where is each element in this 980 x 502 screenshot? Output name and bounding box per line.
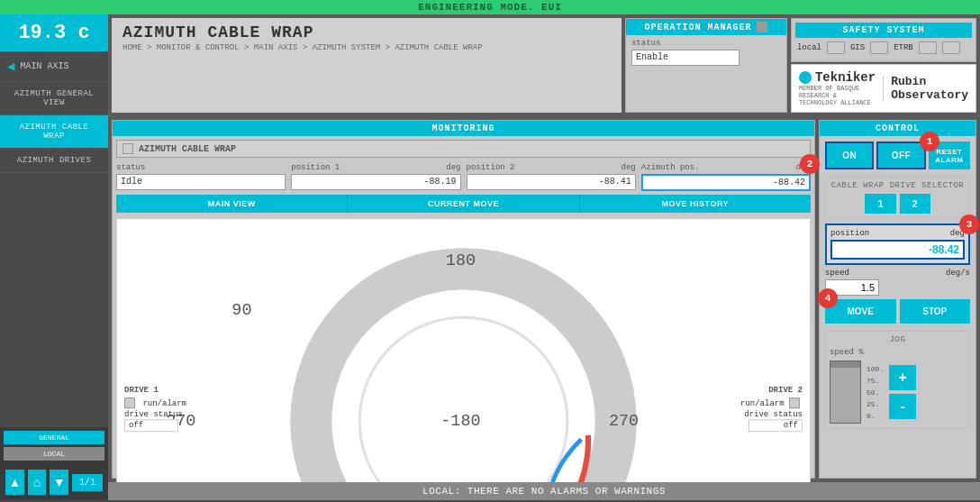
speed-unit: deg/s: [946, 269, 970, 278]
etrb-label: ETRB: [894, 43, 913, 52]
sidebar-bottom: ▲ ⌂ ▼ 1/1: [0, 464, 108, 500]
page-indicator: 1/1: [72, 474, 103, 491]
bottom-bar: LOCAL: THERE ARE NO ALARMS OR WARNINGS: [108, 482, 980, 500]
drive-2-button[interactable]: 2: [900, 194, 930, 214]
sidebar-item-label: AZIMUTH GENERAL VIEW: [14, 89, 95, 107]
gis-label: GIS: [850, 43, 865, 52]
tab-move-history[interactable]: MOVE HISTORY: [580, 195, 811, 213]
stop-button[interactable]: STOP: [900, 299, 971, 324]
azimuth-pos-field: 2 Azimuth pos. deg -88.42: [641, 163, 811, 191]
monitoring-inner: AZIMUTH CABLE WRAP status Idle position …: [113, 136, 814, 482]
speed-control: 100. 75. 50. 25. 0. + -: [830, 361, 966, 424]
etrb-box: [919, 41, 937, 54]
sidebar-tabs: GENERAL LOCAL: [0, 427, 108, 464]
safety-system-panel: SAFETY SYSTEM local GIS ETRB: [791, 18, 976, 62]
dial-container: 180 0 270 -270 -180 90 -90 DRIVE 1: [116, 218, 811, 482]
nav-back-button[interactable]: ◀ MAIN AXIS: [0, 51, 108, 82]
svg-text:270: 270: [609, 412, 639, 431]
dial-svg: 180 0 270 -270 -180 90 -90: [117, 219, 810, 482]
version-display: 19.3 c: [0, 14, 108, 51]
position-label: position: [830, 229, 869, 238]
move-stop-row: 4 MOVE STOP: [825, 299, 970, 324]
speed-minus-button[interactable]: -: [889, 394, 916, 419]
logo-icon: [799, 71, 812, 84]
annotation-1: 1: [920, 132, 939, 151]
status-field: status Idle: [116, 163, 286, 191]
sidebar-item-azimuth-cable[interactable]: AZIMUTH CABLE WRAP: [0, 115, 108, 149]
operation-manager-panel: OPERATION MANAGER status Enable: [625, 18, 787, 113]
nav-back-label: MAIN AXIS: [20, 61, 68, 71]
svg-text:-180: -180: [440, 412, 480, 431]
logo-area: Tekniker MEMBER OF BASQUE RESEARCH & TEC…: [791, 64, 976, 113]
main-content: AZIMUTH CABLE WRAP HOME > MONITOR & CONT…: [108, 14, 980, 500]
cable-wrap-title: CABLE WRAP DRIVE SELECTOR: [830, 181, 966, 190]
breadcrumb: HOME > MONITOR & CONTROL > MAIN AXIS > A…: [122, 43, 611, 52]
cable-wrap-selector: CABLE WRAP DRIVE SELECTOR 1 2: [825, 177, 970, 218]
op-manager-icon: [757, 22, 767, 32]
drive1-info: DRIVE 1 run/alarm drive status off: [124, 386, 186, 434]
svg-text:90: 90: [231, 301, 251, 320]
off-button[interactable]: OFF: [876, 141, 925, 169]
drive1-run-alarm-box: [124, 397, 135, 408]
position-input[interactable]: [830, 240, 965, 260]
sidebar: 19.3 c ◀ MAIN AXIS AZIMUTH GENERAL VIEW …: [0, 14, 108, 500]
drive-1-button[interactable]: 1: [865, 194, 895, 214]
speed-plus-button[interactable]: +: [889, 365, 916, 390]
sidebar-item-azimuth-drives[interactable]: AZIMUTH DRIVES: [0, 149, 108, 173]
operation-manager-header: OPERATION MANAGER: [626, 19, 786, 35]
op-status-label: status: [631, 39, 740, 48]
sidebar-item-label: AZIMUTH DRIVES: [17, 156, 92, 165]
gis-box: [870, 41, 888, 54]
sidebar-item-azimuth-general[interactable]: AZIMUTH GENERAL VIEW: [0, 82, 108, 115]
position1-field: position 1 deg -88.19: [291, 163, 460, 191]
header: AZIMUTH CABLE WRAP HOME > MONITOR & CONT…: [108, 14, 980, 116]
annotation-4: 4: [818, 288, 838, 308]
speed-fill: [830, 368, 860, 423]
safety-system-header: SAFETY SYSTEM: [795, 23, 972, 38]
op-status-value: Enable: [631, 50, 740, 66]
speed-label: speed: [825, 269, 849, 278]
status-label: status: [116, 163, 286, 172]
speed-pct-label: speed %: [830, 348, 966, 357]
page-prev-button[interactable]: ▲: [5, 470, 24, 495]
svg-point-1: [359, 317, 567, 482]
drive2-info: DRIVE 2 run/alarm drive status off: [740, 386, 803, 434]
top-bar: ENGINEERING MODE. EUI: [0, 0, 980, 14]
on-button[interactable]: ON: [825, 141, 874, 169]
drive-selector-btns: 1 2: [830, 194, 966, 214]
page-next-button[interactable]: ▼: [50, 470, 68, 495]
status-value: Idle: [116, 174, 286, 190]
position2-value: -88.41: [467, 174, 636, 190]
on-off-reset-row: ON OFF RESET ALARM: [825, 141, 970, 169]
logo-right: Rubin Observatory: [891, 75, 968, 102]
drive1-status-value: off: [124, 419, 178, 432]
jog-title: JOG: [830, 335, 966, 344]
right-panel: CONTROL 1 ON OFF RESET ALARM CAB: [819, 120, 976, 479]
status-fields-row: status Idle position 1 deg -88.19: [116, 163, 811, 191]
tab-main-view[interactable]: MAIN VIEW: [116, 195, 348, 213]
home-button[interactable]: ⌂: [28, 470, 47, 495]
back-arrow-icon: ◀: [7, 59, 14, 74]
logo-name: Tekniker: [815, 70, 876, 85]
operation-manager-title: OPERATION MANAGER: [644, 23, 751, 32]
tab-local[interactable]: LOCAL: [4, 447, 104, 461]
tab-current-move[interactable]: CURRENT MOVE: [348, 195, 579, 213]
top-right: SAFETY SYSTEM local GIS ETRB: [791, 18, 976, 113]
jog-section: JOG speed % 100. 75.: [825, 331, 970, 428]
local-box: [827, 41, 845, 54]
control-inner: 1 ON OFF RESET ALARM CABLE WRAP DRIVE SE…: [820, 136, 975, 478]
tab-general[interactable]: GENERAL: [4, 431, 104, 444]
speed-bar-container: [830, 361, 861, 424]
monitoring-header: MONITORING: [113, 121, 814, 136]
position2-field: position 2 deg -88.41: [467, 163, 636, 191]
acw-header: AZIMUTH CABLE WRAP: [116, 140, 811, 158]
position-section: 3 position deg: [825, 224, 970, 265]
monitoring-panel: MONITORING AZIMUTH CABLE WRAP status Idl…: [112, 120, 815, 479]
speed-scale: 100. 75. 50. 25. 0.: [867, 365, 884, 420]
acw-indicator: [122, 143, 133, 154]
control-panel-header: CONTROL: [820, 121, 975, 136]
speed-section: speed deg/s: [825, 269, 970, 296]
sidebar-nav: ◀ MAIN AXIS AZIMUTH GENERAL VIEW AZIMUTH…: [0, 51, 108, 427]
content-body: MONITORING AZIMUTH CABLE WRAP status Idl…: [108, 116, 980, 482]
local-label: local: [797, 43, 821, 52]
